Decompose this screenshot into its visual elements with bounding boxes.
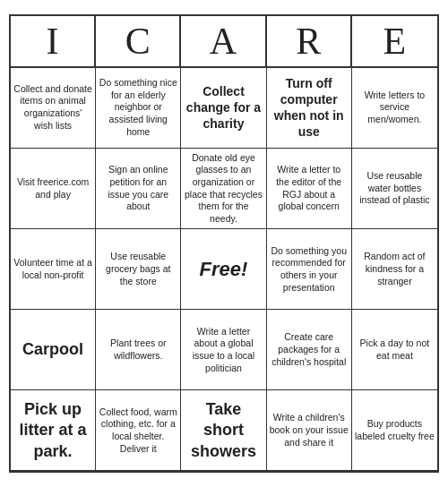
header-letter: A: [181, 16, 266, 66]
header-letter: E: [352, 16, 437, 66]
bingo-card: ICARE Collect and donate items on animal…: [9, 14, 439, 474]
bingo-cell: Write a children's book on your issue an…: [267, 390, 352, 471]
header-letter: I: [11, 16, 96, 66]
bingo-cell: Volunteer time at a local non-profit: [11, 229, 96, 310]
bingo-cell: Pick a day to not eat meat: [352, 310, 437, 390]
bingo-cell: Visit freerice.com and play: [11, 149, 96, 230]
bingo-cell: Random act of kindness for a stranger: [352, 229, 437, 310]
bingo-cell: Create care packages for a children's ho…: [267, 310, 352, 390]
bingo-cell: Donate old eye glasses to an organizatio…: [181, 149, 266, 230]
bingo-cell: Use reusable water bottles instead of pl…: [352, 149, 437, 230]
bingo-cell: Collect change for a charity: [181, 68, 266, 149]
bingo-cell: Use reusable grocery bags at the store: [96, 229, 181, 310]
bingo-cell: Collect food, warm clothing, etc. for a …: [96, 390, 181, 471]
bingo-header: ICARE: [11, 16, 437, 68]
bingo-cell: Free!: [181, 229, 266, 310]
bingo-cell: Take short showers: [181, 390, 266, 471]
bingo-grid: Collect and donate items on animal organ…: [11, 68, 437, 472]
bingo-cell: Buy products labeled cruelty free: [352, 390, 437, 471]
header-letter: C: [96, 16, 181, 66]
bingo-cell: Collect and donate items on animal organ…: [11, 68, 96, 149]
bingo-cell: Write letters to service men/women.: [352, 68, 437, 149]
bingo-cell: Turn off computer when not in use: [267, 68, 352, 149]
bingo-cell: Plant trees or wildflowers.: [96, 310, 181, 390]
bingo-cell: Do something you recommended for others …: [267, 229, 352, 310]
bingo-cell: Sign an online petition for an issue you…: [96, 149, 181, 230]
bingo-cell: Carpool: [11, 310, 96, 390]
header-letter: R: [267, 16, 352, 66]
bingo-cell: Write a letter to the editor of the RGJ …: [267, 149, 352, 230]
bingo-cell: Write a letter about a global issue to a…: [181, 310, 266, 390]
bingo-cell: Pick up litter at a park.: [11, 390, 96, 471]
bingo-cell: Do something nice for an elderly neighbo…: [96, 68, 181, 149]
